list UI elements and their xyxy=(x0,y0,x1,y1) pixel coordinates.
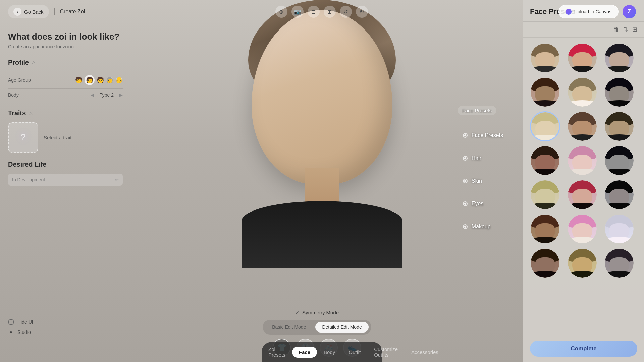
back-button[interactable]: ‹ Go Back xyxy=(8,5,49,18)
age-teen-icon[interactable]: 🧑 xyxy=(85,75,95,85)
avatar-figure xyxy=(221,0,423,308)
upload-to-canvas-button[interactable]: Upload to Canvas xyxy=(558,5,619,18)
edit-icon[interactable]: ✏ xyxy=(115,177,119,182)
avatar-body xyxy=(241,201,402,268)
preset-face-6 xyxy=(605,78,634,107)
preset-item-15[interactable] xyxy=(604,180,634,210)
delete-preset-button[interactable]: 🗑 xyxy=(613,26,619,33)
face-label-skin[interactable]: Skin xyxy=(463,178,503,184)
age-middle-icon[interactable]: 🧓 xyxy=(106,76,113,84)
preset-item-1[interactable] xyxy=(530,43,560,73)
body-selector: ◀ Type 2 ▶ xyxy=(91,92,123,98)
symmetry-row: ✓ Symmetry Mode xyxy=(295,309,339,316)
studio-button[interactable]: ✦ Studio xyxy=(8,329,33,335)
tool-expand-button[interactable]: ⊞ xyxy=(324,6,336,18)
studio-label: Studio xyxy=(17,329,31,335)
preset-item-5[interactable] xyxy=(567,77,597,107)
profile-header: Profile ⚠ xyxy=(8,59,123,66)
preset-item-16[interactable] xyxy=(530,214,560,244)
main-question: What does zoi in look like? xyxy=(8,32,123,42)
traits-title: Traits xyxy=(8,109,26,117)
preset-item-14[interactable] xyxy=(567,180,597,210)
upload-icon xyxy=(566,9,572,15)
body-next-button[interactable]: ▶ xyxy=(119,92,123,98)
preset-item-13[interactable] xyxy=(530,180,560,210)
tab-outfit[interactable]: Outfit xyxy=(342,347,367,358)
preset-face-4 xyxy=(531,78,559,107)
studio-icon: ✦ xyxy=(8,329,14,335)
body-prev-button[interactable]: ◀ xyxy=(91,92,94,98)
preset-face-16 xyxy=(531,215,559,243)
trait-slot[interactable]: ? xyxy=(8,122,38,153)
trait-content: ? Select a trait. xyxy=(8,122,123,153)
hide-ui-button[interactable]: Hide UI xyxy=(8,319,33,325)
preset-face-10 xyxy=(531,146,559,175)
sub-text: Create an appearance for zoi in. xyxy=(8,44,123,49)
tab-zoi-presets[interactable]: Zoi Presets xyxy=(262,344,292,360)
sort-preset-button[interactable]: ⇅ xyxy=(623,26,628,33)
trait-question-icon: ? xyxy=(20,132,26,143)
symmetry-label: Symmetry Mode xyxy=(302,310,339,315)
age-senior-icon[interactable]: 👴 xyxy=(115,76,123,84)
face-label-eyes[interactable]: Eyes xyxy=(463,201,503,207)
basic-edit-mode-button[interactable]: Basic Edit Mode xyxy=(265,322,313,333)
preset-face-12 xyxy=(605,146,634,175)
preset-item-9[interactable] xyxy=(604,111,634,141)
header-divider xyxy=(54,8,55,15)
preset-item-10[interactable] xyxy=(530,145,560,176)
preset-item-21[interactable] xyxy=(604,248,634,278)
preset-item-2[interactable] xyxy=(567,43,597,73)
back-label: Go Back xyxy=(24,9,44,15)
header: ‹ Go Back Create Zoi ⊕ 📷 ⊡ ⊞ ↺ ↻ Upload … xyxy=(0,0,644,23)
preset-item-17[interactable] xyxy=(567,214,597,244)
detailed-edit-mode-button[interactable]: Detailed Edit Mode xyxy=(315,322,368,333)
preset-item-3[interactable] xyxy=(604,43,634,73)
preset-item-4[interactable] xyxy=(530,77,560,107)
preset-face-5 xyxy=(568,78,597,107)
skin-label: Skin xyxy=(472,178,482,184)
tool-add-button[interactable]: ⊕ xyxy=(275,6,287,18)
face-label-makeup[interactable]: Makeup xyxy=(463,224,503,230)
traits-header: Traits ⚠ xyxy=(8,109,123,117)
preset-face-8 xyxy=(568,112,597,141)
tab-accessories[interactable]: Accessories xyxy=(405,347,445,358)
preset-item-8[interactable] xyxy=(567,111,597,141)
hair-label: Hair xyxy=(472,155,481,161)
preset-item-18[interactable] xyxy=(604,214,634,244)
preset-item-20[interactable] xyxy=(567,248,597,278)
tool-frame-button[interactable]: ⊡ xyxy=(308,6,320,18)
desired-value-display[interactable]: In Development ✏ xyxy=(8,174,123,186)
age-child-icon[interactable]: 🧒 xyxy=(75,76,83,84)
page-title: Create Zoi xyxy=(60,9,85,15)
preset-item-7[interactable] xyxy=(530,111,560,141)
header-right: Upload to Canvas Z xyxy=(558,5,636,18)
preset-item-6[interactable] xyxy=(604,77,634,107)
user-avatar[interactable]: Z xyxy=(623,5,636,18)
secondary-face-presets-text: Face Presets xyxy=(462,108,492,113)
tab-body[interactable]: Body xyxy=(317,347,342,358)
preset-item-11[interactable] xyxy=(567,145,597,176)
preset-face-17 xyxy=(568,215,597,243)
face-label-hair[interactable]: Hair xyxy=(463,155,503,161)
toolbar: ⊕ 📷 ⊡ ⊞ ↺ ↻ xyxy=(275,6,368,18)
traits-section: Traits ⚠ ? Select a trait. xyxy=(8,109,123,153)
tool-camera-button[interactable]: 📷 xyxy=(291,6,304,18)
makeup-dot xyxy=(463,224,468,229)
profile-warn-icon: ⚠ xyxy=(32,60,36,65)
tool-redo-button[interactable]: ↻ xyxy=(356,6,368,18)
preset-item-19[interactable] xyxy=(530,248,560,278)
left-panel: What does zoi in look like? Create an ap… xyxy=(0,23,131,362)
tab-customize-outfits[interactable]: Customize Outfits xyxy=(367,344,405,360)
face-presets-label: Face Presets xyxy=(472,132,503,138)
age-adult-icon[interactable]: 🧑 xyxy=(97,76,104,84)
preset-item-12[interactable] xyxy=(604,145,634,176)
preset-grid xyxy=(523,38,644,335)
secondary-face-presets-label[interactable]: Face Presets xyxy=(458,106,496,115)
tab-face[interactable]: Face xyxy=(292,347,317,358)
tool-undo-button[interactable]: ↺ xyxy=(340,6,352,18)
face-label-face-presets[interactable]: Face Presets xyxy=(463,132,503,138)
complete-button[interactable]: Complete xyxy=(530,341,637,357)
filter-preset-button[interactable]: ⊞ xyxy=(632,26,637,33)
preset-face-3 xyxy=(605,44,634,72)
preset-face-19 xyxy=(531,249,559,278)
